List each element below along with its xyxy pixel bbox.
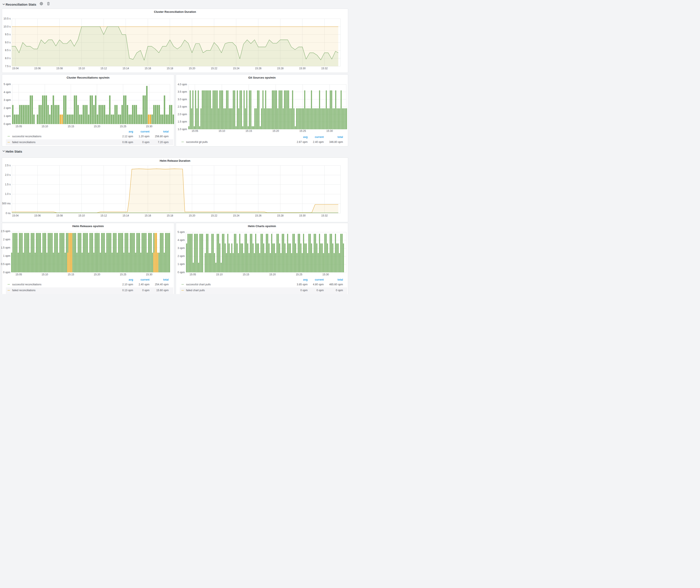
svg-text:0.13 opm: 0.13 opm <box>122 289 133 292</box>
svg-text:15:10: 15:10 <box>78 214 85 217</box>
svg-text:0 opm: 0 opm <box>177 271 185 274</box>
svg-text:15:22: 15:22 <box>211 67 217 70</box>
svg-text:Cluster Reconciliations ops/mi: Cluster Reconciliations ops/min <box>67 76 110 79</box>
svg-text:Reconciliation Stats: Reconciliation Stats <box>6 3 36 6</box>
svg-text:2.40 opm: 2.40 opm <box>313 141 324 144</box>
svg-text:1.5 s: 1.5 s <box>5 183 11 186</box>
svg-text:1.0 opm: 1.0 opm <box>178 128 187 131</box>
svg-text:15:28: 15:28 <box>277 67 284 70</box>
svg-text:10.0 s: 10.0 s <box>3 25 11 28</box>
svg-text:1.0 s: 1.0 s <box>5 192 11 195</box>
svg-text:1.20 opm: 1.20 opm <box>139 135 149 138</box>
svg-text:15:32: 15:32 <box>321 214 328 217</box>
svg-text:465.60 opm: 465.60 opm <box>329 283 343 286</box>
svg-text:15:15: 15:15 <box>245 129 252 132</box>
svg-text:0 ns: 0 ns <box>6 212 11 215</box>
svg-text:2.0 s: 2.0 s <box>5 173 11 176</box>
svg-text:current: current <box>315 136 324 139</box>
svg-text:15:10: 15:10 <box>42 125 48 128</box>
svg-text:15:10: 15:10 <box>78 67 85 70</box>
svg-text:500 ms: 500 ms <box>2 202 11 205</box>
svg-text:0.06 opm: 0.06 opm <box>122 141 133 144</box>
svg-text:15:30: 15:30 <box>146 125 152 128</box>
svg-text:15:16: 15:16 <box>145 67 151 70</box>
svg-text:15:12: 15:12 <box>100 214 107 217</box>
svg-text:15:30: 15:30 <box>299 67 306 70</box>
svg-text:15:14: 15:14 <box>123 214 129 217</box>
svg-text:Helm Charts ops/min: Helm Charts ops/min <box>248 225 276 228</box>
svg-text:15:05: 15:05 <box>189 273 196 276</box>
svg-text:total: total <box>163 278 169 281</box>
svg-text:avg: avg <box>303 136 308 139</box>
svg-text:256.80 opm: 256.80 opm <box>155 135 169 138</box>
svg-text:15:25: 15:25 <box>120 125 126 128</box>
svg-text:Cluster Reconciliation Duratio: Cluster Reconciliation Duration <box>154 10 196 13</box>
svg-text:15:30: 15:30 <box>322 273 329 276</box>
svg-text:2.40 opm: 2.40 opm <box>139 283 149 286</box>
svg-text:15:20: 15:20 <box>94 125 100 128</box>
svg-text:9.0 s: 9.0 s <box>5 41 11 44</box>
svg-text:successful chart pulls: successful chart pulls <box>186 283 211 286</box>
svg-text:failed chart pulls: failed chart pulls <box>186 289 205 292</box>
svg-text:15:06: 15:06 <box>34 67 41 70</box>
svg-text:0 opm: 0 opm <box>142 289 149 292</box>
svg-text:0 opm: 0 opm <box>300 289 308 292</box>
svg-text:15:10: 15:10 <box>219 129 225 132</box>
svg-text:15:30: 15:30 <box>146 273 152 276</box>
svg-text:2.87 opm: 2.87 opm <box>297 141 308 144</box>
svg-text:3 opm: 3 opm <box>177 247 185 250</box>
svg-text:3.85 opm: 3.85 opm <box>297 283 308 286</box>
svg-text:15:04: 15:04 <box>12 67 19 70</box>
svg-text:8.0 s: 8.0 s <box>5 57 11 60</box>
svg-text:2.5 opm: 2.5 opm <box>1 230 10 233</box>
svg-text:7.5 s: 7.5 s <box>5 65 11 68</box>
svg-text:15:22: 15:22 <box>211 214 217 217</box>
svg-text:2 opm: 2 opm <box>3 238 10 241</box>
svg-text:15:20: 15:20 <box>273 129 279 132</box>
svg-text:current: current <box>140 278 149 281</box>
svg-text:15:25: 15:25 <box>296 273 302 276</box>
svg-text:avg: avg <box>129 130 133 133</box>
svg-text:4 opm: 4 opm <box>4 91 11 94</box>
svg-text:failed reconciliations: failed reconciliations <box>12 141 35 144</box>
svg-text:15:14: 15:14 <box>123 67 129 70</box>
svg-text:15:25: 15:25 <box>120 273 126 276</box>
svg-text:1 opm: 1 opm <box>3 254 10 257</box>
svg-text:2.0 opm: 2.0 opm <box>178 113 187 116</box>
svg-text:2.5 opm: 2.5 opm <box>178 105 187 108</box>
svg-text:15:12: 15:12 <box>100 67 107 70</box>
svg-text:3 opm: 3 opm <box>4 99 11 102</box>
svg-text:successful reconciliations: successful reconciliations <box>12 283 41 286</box>
svg-text:successful reconciliations: successful reconciliations <box>12 135 41 138</box>
svg-text:successful git pulls: successful git pulls <box>186 141 208 144</box>
svg-text:15:10: 15:10 <box>216 273 223 276</box>
svg-text:8.5 s: 8.5 s <box>5 49 11 52</box>
svg-text:2.10 opm: 2.10 opm <box>122 283 133 286</box>
svg-text:1 opm: 1 opm <box>4 115 11 118</box>
svg-text:0 opm: 0 opm <box>316 289 324 292</box>
svg-text:15:18: 15:18 <box>167 67 173 70</box>
svg-text:Helm Release Duration: Helm Release Duration <box>160 159 190 162</box>
svg-text:2 opm: 2 opm <box>177 255 185 258</box>
svg-text:15:04: 15:04 <box>12 214 19 217</box>
svg-text:15.60 opm: 15.60 opm <box>156 289 169 292</box>
svg-text:15:08: 15:08 <box>56 67 63 70</box>
svg-text:254.40 opm: 254.40 opm <box>155 283 169 286</box>
svg-text:4.80 opm: 4.80 opm <box>313 283 324 286</box>
svg-text:15:24: 15:24 <box>233 67 239 70</box>
svg-text:4.0 opm: 4.0 opm <box>178 83 187 86</box>
svg-text:7.20 opm: 7.20 opm <box>158 141 169 144</box>
svg-text:0 opm: 0 opm <box>3 271 10 274</box>
svg-text:5 opm: 5 opm <box>4 83 11 86</box>
svg-text:Helm Releases ops/min: Helm Releases ops/min <box>72 225 104 228</box>
svg-text:15:28: 15:28 <box>277 214 284 217</box>
svg-text:15:15: 15:15 <box>243 273 249 276</box>
svg-text:1 opm: 1 opm <box>177 263 185 266</box>
svg-text:15:20: 15:20 <box>189 67 195 70</box>
svg-text:0 opm: 0 opm <box>142 141 149 144</box>
svg-text:15:18: 15:18 <box>167 214 173 217</box>
svg-text:total: total <box>163 130 169 133</box>
svg-text:2.12 opm: 2.12 opm <box>122 135 133 138</box>
svg-text:15:05: 15:05 <box>15 125 22 128</box>
svg-text:0.5 opm: 0.5 opm <box>1 263 10 266</box>
